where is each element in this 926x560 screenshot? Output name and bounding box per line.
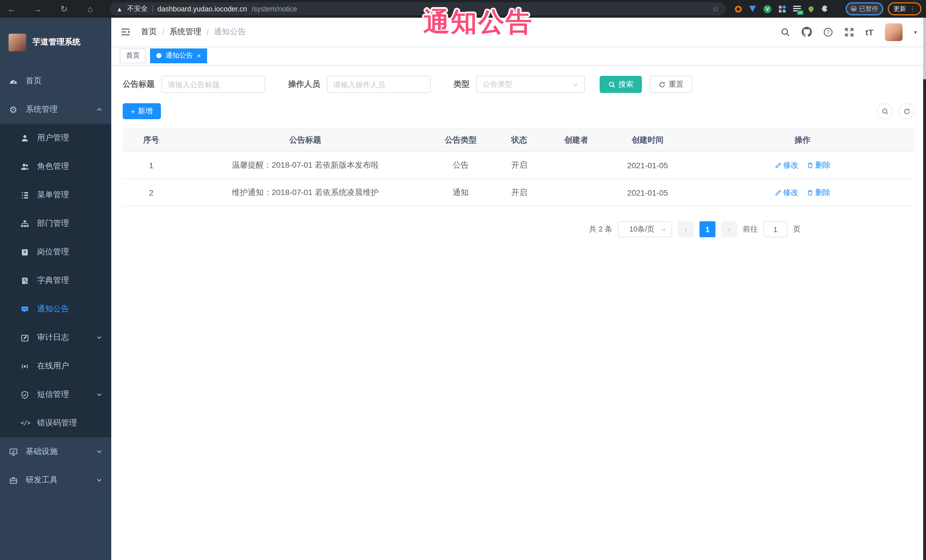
plus-icon: +: [131, 107, 135, 115]
notice-title-input[interactable]: [162, 76, 265, 93]
fullscreen-icon[interactable]: [844, 27, 854, 37]
github-icon[interactable]: [802, 27, 812, 37]
navbar: 首页 / 系统管理 / 通知公告 ?: [111, 18, 926, 46]
browser-update-button[interactable]: 更新 ⋮: [888, 2, 921, 15]
edit-link[interactable]: 修改: [775, 160, 799, 170]
refresh-button[interactable]: [899, 103, 915, 119]
close-icon[interactable]: ×: [197, 52, 201, 59]
tab-home[interactable]: 首页: [120, 48, 146, 63]
reset-button[interactable]: 重置: [650, 76, 692, 93]
cell-create-time: 2021-01-05: [605, 160, 690, 170]
toggle-search-button[interactable]: [877, 103, 893, 119]
prev-page-button[interactable]: ‹: [678, 221, 694, 237]
search-button-label: 搜索: [619, 79, 633, 89]
gear-icon: ⚙: [9, 105, 18, 114]
browser-profile-chip[interactable]: 😀 已暂停: [845, 2, 883, 15]
caret-down-icon[interactable]: ▾: [914, 29, 917, 35]
extension-blue-icon[interactable]: [749, 6, 756, 12]
page-size-select[interactable]: 10条/页: [618, 221, 672, 237]
delete-label: 删除: [815, 160, 831, 170]
dashboard-icon: [9, 77, 18, 85]
breadcrumb-current: 通知公告: [214, 27, 246, 37]
warning-icon[interactable]: ▲: [117, 5, 123, 12]
sidebar-item-online-users[interactable]: 在线用户: [0, 352, 111, 380]
breadcrumb-separator: /: [162, 27, 164, 36]
security-label: 不安全: [127, 4, 148, 14]
browser-home-icon[interactable]: ⌂: [83, 0, 97, 18]
browser-reload-icon[interactable]: ↻: [57, 0, 71, 18]
tab-label: 通知公告: [165, 51, 193, 60]
tags-view-bar: 首页 通知公告 ×: [111, 46, 926, 66]
sidebar-item-label: 错误码管理: [37, 418, 77, 428]
sidebar-item-system[interactable]: ⚙ 系统管理: [0, 95, 111, 124]
operator-input[interactable]: [327, 76, 431, 93]
profile-emoji-icon: 😀: [850, 5, 857, 12]
sidebar-item-notice[interactable]: 通知公告: [0, 295, 111, 323]
sidebar-item-audit-log[interactable]: 审计日志: [0, 323, 111, 352]
goto-page-input[interactable]: [763, 221, 787, 237]
filter-form: 公告标题 操作人员 类型 公告类型 搜索: [123, 76, 915, 93]
delete-link[interactable]: 删除: [806, 160, 831, 170]
extension-orange-icon[interactable]: [735, 5, 742, 12]
edit-label: 修改: [783, 160, 799, 170]
sidebar-item-home[interactable]: 首页: [0, 67, 111, 95]
scrollbar-thumb[interactable]: [923, 18, 926, 79]
sidebar-toggle-icon[interactable]: [120, 27, 131, 37]
tab-notice[interactable]: 通知公告 ×: [150, 48, 207, 63]
add-button[interactable]: + 新增: [123, 103, 160, 119]
breadcrumb: 首页 / 系统管理 / 通知公告: [141, 27, 246, 37]
address-bar[interactable]: ▲ 不安全 dashboard.yudao.iocoder.cn/system/…: [109, 2, 726, 15]
sidebar-item-label: 短信管理: [37, 389, 69, 400]
sidebar-item-dept-mgmt[interactable]: 部门管理: [0, 209, 111, 238]
chevron-down-icon: [572, 81, 578, 88]
search-button[interactable]: 搜索: [600, 76, 642, 93]
breadcrumb-system[interactable]: 系统管理: [169, 27, 201, 37]
toolbox-icon: [9, 476, 18, 485]
bookmark-star-icon[interactable]: ☆: [712, 5, 719, 13]
sidebar-item-devtools[interactable]: 研发工具: [0, 466, 111, 494]
navbar-actions: ? tT ▾: [781, 23, 917, 41]
sidebar-item-sms-mgmt[interactable]: 短信管理: [0, 380, 111, 409]
table-row: 1 温馨提醒：2018-07-01 若依新版本发布啦 公告 开启 2021-01…: [123, 152, 915, 179]
extension-green-v-icon[interactable]: V: [763, 5, 772, 13]
sidebar-item-label: 菜单管理: [37, 190, 69, 200]
sidebar-item-post-mgmt[interactable]: 岗位管理: [0, 238, 111, 266]
app-logo-row[interactable]: 芋道管理系统: [0, 18, 111, 67]
browser-back-icon[interactable]: ←: [5, 0, 18, 18]
sidebar-item-user-mgmt[interactable]: 用户管理: [0, 124, 111, 152]
select-placeholder: 公告类型: [483, 79, 572, 89]
font-size-icon[interactable]: tT: [865, 27, 873, 37]
sidebar-item-label: 用户管理: [37, 133, 69, 143]
user-avatar[interactable]: [885, 23, 903, 41]
page-1-button[interactable]: 1: [699, 221, 716, 237]
browser-menu-icon[interactable]: ⋮: [909, 5, 916, 12]
sidebar-item-error-code[interactable]: </> 错误码管理: [0, 409, 111, 438]
cell-type: 通知: [431, 187, 491, 198]
extensions-puzzle-icon[interactable]: [821, 5, 829, 13]
col-creator: 创建者: [548, 135, 605, 145]
notice-type-select[interactable]: 公告类型: [477, 76, 585, 93]
delete-link[interactable]: 删除: [806, 187, 831, 198]
breadcrumb-home[interactable]: 首页: [141, 27, 157, 37]
app-frame: 芋道管理系统 首页 ⚙ 系统管理 用户: [0, 18, 926, 560]
cell-status: 开启: [491, 160, 548, 170]
search-icon[interactable]: [781, 27, 790, 37]
chevron-down-icon: [97, 477, 102, 483]
active-dot: [156, 53, 162, 58]
edit-link[interactable]: 修改: [775, 187, 799, 198]
sidebar-item-menu-mgmt[interactable]: 菜单管理: [0, 181, 111, 209]
help-icon[interactable]: ?: [823, 27, 833, 37]
browser-forward-icon[interactable]: →: [31, 0, 44, 18]
edit-label: 修改: [783, 187, 799, 198]
next-page-button[interactable]: ›: [721, 221, 737, 237]
extension-grid-icon[interactable]: [779, 5, 786, 12]
divider: [152, 5, 153, 12]
extension-pin-icon[interactable]: [807, 5, 814, 12]
sidebar-item-role-mgmt[interactable]: 角色管理: [0, 152, 111, 181]
sidebar-item-label: 在线用户: [37, 361, 69, 371]
sidebar-item-infra[interactable]: 基础设施: [0, 438, 111, 466]
page-scrollbar[interactable]: [923, 18, 926, 560]
sidebar-item-dict-mgmt[interactable]: 字典管理: [0, 266, 111, 295]
extension-list-icon[interactable]: on: [793, 5, 801, 12]
sidebar-item-label: 字典管理: [37, 275, 69, 286]
